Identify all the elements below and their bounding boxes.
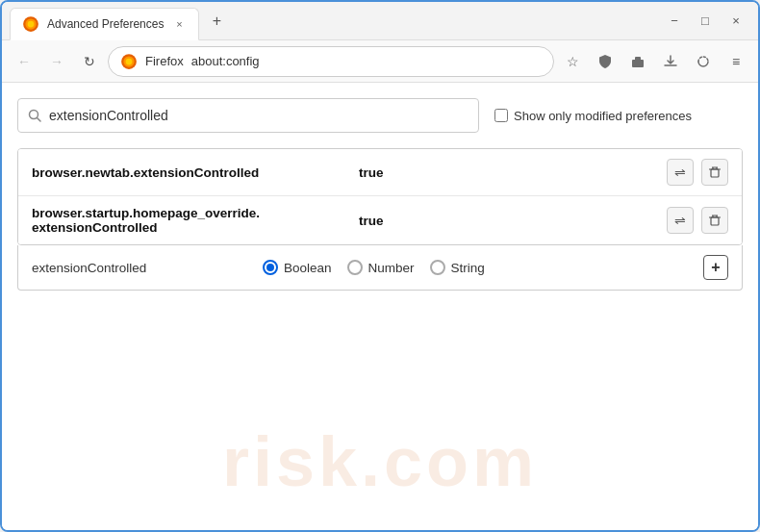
firefox-address-icon	[120, 53, 138, 70]
sync-icon	[696, 54, 711, 69]
radio-string-circle	[430, 260, 445, 275]
window-controls: − □ ×	[660, 7, 750, 36]
shield-icon	[597, 54, 613, 69]
radio-string[interactable]: String	[430, 260, 485, 275]
extension-button[interactable]	[623, 47, 652, 76]
download-button[interactable]	[656, 47, 685, 76]
pref-delete-button-2[interactable]	[701, 207, 728, 234]
sync-button[interactable]	[689, 47, 718, 76]
search-box[interactable]	[17, 98, 479, 133]
firefox-tab-icon	[22, 15, 39, 33]
search-input[interactable]	[49, 108, 469, 123]
svg-line-9	[38, 118, 41, 122]
svg-rect-7	[635, 57, 641, 61]
type-radio-group: Boolean Number String	[263, 260, 485, 275]
browser-name: Firefox	[145, 54, 184, 68]
show-modified-row: Show only modified preferences	[494, 109, 692, 123]
active-tab[interactable]: Advanced Preferences ×	[10, 8, 199, 40]
extension-icon	[630, 54, 646, 69]
forward-button[interactable]: →	[42, 47, 71, 76]
titlebar: Advanced Preferences × + − □ ×	[2, 2, 758, 40]
radio-boolean[interactable]: Boolean	[263, 260, 332, 275]
search-icon	[28, 109, 41, 122]
maximize-button[interactable]: □	[691, 7, 720, 36]
svg-point-2	[28, 20, 35, 27]
pref-value-2: true	[359, 214, 667, 228]
svg-rect-6	[632, 60, 644, 67]
radio-number-circle	[347, 260, 363, 275]
navbar: ← → ↻ Firefox about:config ☆	[2, 40, 758, 83]
pref-value-1: true	[359, 165, 667, 180]
tab-title: Advanced Preferences	[47, 17, 164, 31]
minimize-button[interactable]: −	[660, 7, 689, 36]
radio-boolean-label: Boolean	[284, 261, 332, 275]
nav-icon-group: ☆ ≡	[558, 47, 750, 76]
show-modified-checkbox[interactable]	[494, 109, 508, 122]
pref-name-1: browser.newtab.extensionControlled	[32, 165, 359, 180]
pref-actions-1: ⇌	[667, 159, 728, 186]
pref-actions-2: ⇌	[667, 207, 728, 234]
reload-button[interactable]: ↻	[75, 47, 104, 76]
pref-delete-button-1[interactable]	[701, 159, 728, 186]
svg-rect-10	[711, 169, 719, 177]
bookmark-button[interactable]: ☆	[558, 47, 587, 76]
radio-number[interactable]: Number	[347, 260, 415, 275]
radio-string-label: String	[451, 261, 485, 275]
content-area: risk.com Show only modified preferences …	[2, 83, 758, 530]
watermark: risk.com	[222, 422, 538, 501]
menu-button[interactable]: ≡	[722, 47, 750, 76]
new-tab-button[interactable]: +	[203, 8, 230, 35]
pref-row-2: browser.startup.homepage_override. exten…	[18, 196, 742, 244]
pref-reset-button-1[interactable]: ⇌	[667, 159, 694, 186]
new-pref-name-label: extensionControlled	[32, 261, 243, 275]
delete-icon-2	[708, 214, 722, 227]
search-row: Show only modified preferences	[17, 98, 743, 133]
delete-icon-1	[708, 165, 722, 179]
svg-rect-15	[711, 217, 719, 225]
pref-row-1: browser.newtab.extensionControlled true …	[18, 149, 742, 196]
pref-name-2: browser.startup.homepage_override. exten…	[32, 206, 359, 235]
shield-button[interactable]	[591, 47, 620, 76]
add-preference-button[interactable]: +	[703, 255, 728, 280]
radio-boolean-circle	[263, 260, 278, 275]
preferences-table: browser.newtab.extensionControlled true …	[17, 148, 743, 245]
address-url: about:config	[191, 54, 260, 68]
download-icon	[663, 54, 678, 69]
back-button[interactable]: ←	[10, 47, 38, 76]
tab-close-button[interactable]: ×	[171, 16, 187, 32]
address-bar[interactable]: Firefox about:config	[108, 46, 554, 77]
close-button[interactable]: ×	[722, 7, 750, 36]
svg-point-5	[126, 58, 133, 64]
show-modified-label: Show only modified preferences	[514, 109, 692, 123]
pref-reset-button-2[interactable]: ⇌	[667, 207, 694, 234]
browser-window: Advanced Preferences × + − □ × ← → ↻ Fir…	[0, 0, 760, 532]
radio-number-label: Number	[368, 261, 415, 275]
new-pref-row: extensionControlled Boolean Number Strin…	[17, 245, 743, 291]
